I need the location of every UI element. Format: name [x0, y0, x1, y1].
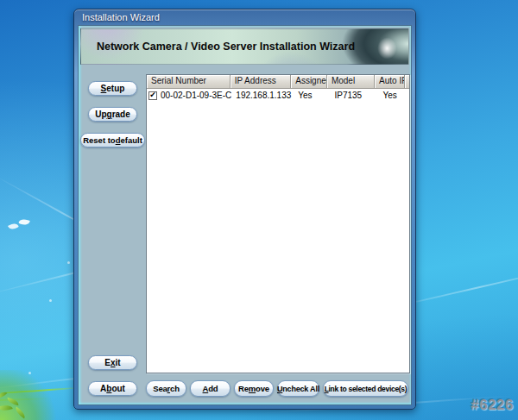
row-checkbox[interactable]: ✔ [148, 91, 157, 100]
button-remove[interactable]: Remove [234, 380, 274, 397]
header-banner: Network Camera / Video Server Installati… [80, 28, 409, 65]
wallpaper-foliage [0, 370, 59, 420]
wallpaper-sparkle [49, 299, 52, 302]
device-list: Serial NumberIP AddressAssignedModelAuto… [146, 74, 410, 373]
list-header: Serial NumberIP AddressAssignedModelAuto… [147, 75, 409, 89]
window-client-area: Network Camera / Video Server Installati… [78, 25, 412, 405]
serial-number-value: 00-02-D1-09-3E-C9 [161, 91, 231, 100]
cell-auto-ip: Yes [379, 91, 409, 100]
table-row[interactable]: ✔00-02-D1-09-3E-C9192.168.1.133YesIP7135… [147, 89, 409, 102]
button-upgrade[interactable]: Upgrade [88, 107, 137, 122]
list-body: ✔00-02-D1-09-3E-C9192.168.1.133YesIP7135… [147, 89, 409, 102]
cell-ip-address: 192.168.1.133 [231, 91, 294, 100]
column-header-ip-address[interactable]: IP Address [231, 75, 292, 88]
button-search[interactable]: Search [146, 380, 186, 397]
leaf-icon [13, 407, 27, 419]
installation-wizard-window: Installation Wizard Network Camera / Vid… [73, 9, 416, 410]
watermark: #6226 [471, 397, 514, 414]
window-titlebar[interactable]: Installation Wizard [74, 9, 415, 25]
button-about[interactable]: About [88, 381, 137, 396]
banner-title: Network Camera / Video Server Installati… [81, 41, 370, 53]
action-buttons-row: SearchAddRemoveUncheck AllLink to select… [146, 380, 408, 397]
leaf-icon [6, 398, 19, 405]
column-header-filler [405, 75, 409, 88]
leaf-icon [0, 390, 7, 401]
column-header-auto-ip[interactable]: Auto IP [375, 75, 405, 88]
column-header-serial-number[interactable]: Serial Number [147, 75, 231, 88]
wallpaper-bird-icon [9, 217, 33, 233]
column-header-assigned[interactable]: Assigned [291, 75, 327, 88]
desktop-background: #6226 Installation Wizard Network Camera… [0, 0, 518, 420]
button-reset-to-default[interactable]: Reset to default [80, 133, 145, 147]
button-add[interactable]: Add [190, 380, 231, 397]
button-uncheck-all[interactable]: Uncheck All [277, 380, 319, 397]
wallpaper-sparkle [67, 261, 70, 264]
button-exit[interactable]: Exit [88, 355, 137, 370]
cell-model: IP7135 [330, 91, 378, 100]
column-header-model[interactable]: Model [327, 75, 375, 88]
leaf-icon [0, 403, 13, 414]
button-setup[interactable]: Setup [88, 81, 137, 96]
button-link-to-selected-device-s[interactable]: Link to selected device(s) [323, 380, 408, 397]
cell-assigned: Yes [294, 91, 330, 100]
window-title: Installation Wizard [74, 9, 415, 22]
